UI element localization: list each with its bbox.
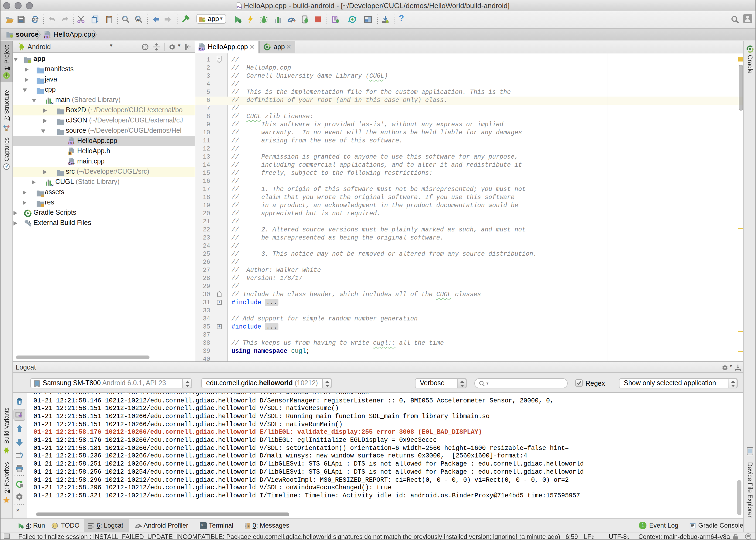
svg-text:C++: C++ (68, 162, 75, 166)
svg-text:N: N (51, 100, 54, 104)
svg-text:C++: C++ (237, 5, 242, 9)
svg-text:C++: C++ (68, 141, 75, 145)
svg-text:C++: C++ (44, 35, 51, 39)
svg-text:C++: C++ (199, 48, 205, 51)
svg-text:N: N (51, 182, 54, 187)
svg-text:H: H (69, 152, 71, 155)
svg-text:A: A (136, 18, 139, 23)
